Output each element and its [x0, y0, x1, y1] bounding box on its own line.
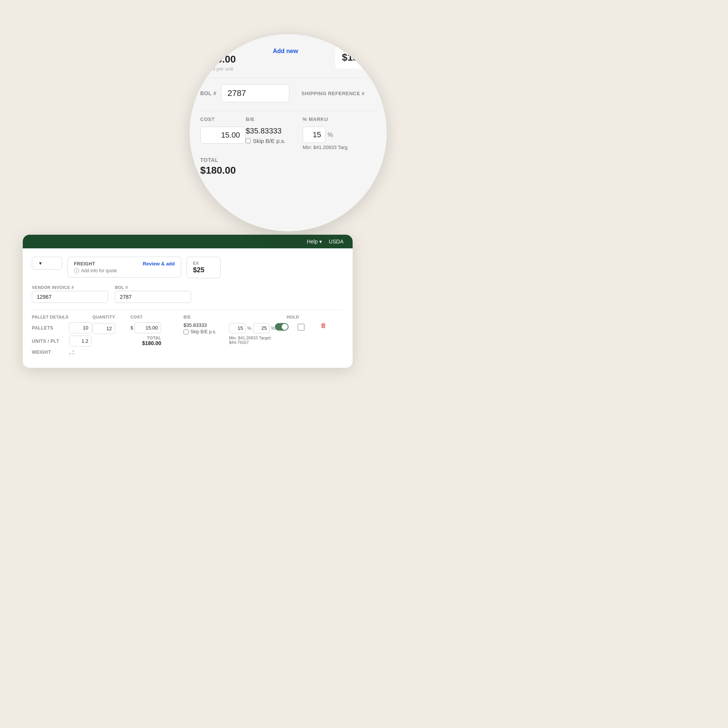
cost-input[interactable] [135, 322, 161, 333]
zoom-skip-row: Skip B/E p.s. [246, 138, 303, 144]
zoom-cost-input[interactable] [200, 127, 246, 144]
weight-label: WEIGHT [32, 350, 66, 355]
dropdown-box[interactable]: ▾ [32, 257, 62, 270]
zoom-be-col: B/E $35.83333 Skip B/E p.s. [246, 116, 303, 150]
units-plt-row: UNITS / PLT [32, 336, 93, 347]
zoom-circle: EXPENSES $250.00 $20.83 per unit Add new… [190, 34, 387, 231]
header-quantity: QUANTITY [93, 315, 130, 319]
chevron-down-icon: ▾ [39, 260, 42, 266]
header-be: B/E [184, 315, 229, 319]
zoom-bol-label: BOL # [200, 90, 217, 96]
bol-label: BOL # [115, 285, 191, 290]
skip-be-label: Skip B/E p.s. [190, 329, 217, 334]
pallets-input[interactable] [69, 322, 92, 333]
card-body: ▾ FREIGHT Review & add i Add info for qu… [23, 248, 353, 368]
freight-info-box: FREIGHT Review & add i Add info for quot… [67, 257, 181, 278]
zoom-partial-box: $180.. [335, 46, 376, 69]
vendor-invoice-label: VENDOR INVOICE # [32, 285, 108, 290]
pallet-header-row: PALLET DETAILS QUANTITY COST B/E HOLD [32, 315, 344, 319]
usda-button[interactable]: USDA [329, 238, 344, 245]
zoom-expenses-row: EXPENSES $250.00 $20.83 per unit Add new… [200, 46, 376, 78]
add-info-label: Add info for quote [81, 268, 117, 273]
pct-label-2: % [271, 326, 275, 331]
zoom-add-block: Add new [273, 46, 298, 55]
main-card: Help ▾ USDA ▾ FREIGHT Review & add [23, 235, 353, 368]
pallet-data-row: PALLETS UNITS / PLT WEIGHT . : [32, 322, 344, 356]
zoom-min-target: Min: $41.20833 Targ [303, 144, 376, 150]
toggle-knob [282, 324, 288, 330]
markup-cell: % % Min: $41.20833 Target: $44.79167 [229, 322, 275, 345]
weight-value: . : [69, 349, 74, 356]
freight-row: ▾ FREIGHT Review & add i Add info for qu… [32, 257, 344, 278]
delete-cell: 🗑 [320, 322, 332, 329]
total-value: $180.00 [142, 340, 162, 346]
quantity-cell [93, 322, 130, 334]
review-add-link[interactable]: Review & add [143, 261, 175, 267]
zoom-be-value: $35.83333 [246, 127, 303, 135]
card-header: Help ▾ USDA [23, 235, 353, 248]
total-label: TOTAL [147, 336, 162, 340]
markup-input-1[interactable] [229, 323, 246, 333]
markup-input-2[interactable] [253, 323, 270, 333]
expenses-small-box: EX $25 [187, 257, 221, 278]
zoom-markup-col: % MARKU % Min: $41.20833 Targ [303, 116, 376, 150]
pct-label-1: % [247, 326, 251, 331]
be-value: $35.83333 [184, 322, 229, 328]
zoom-columns: COST B/E $35.83333 Skip B/E p.s. % MARKU [200, 111, 376, 150]
zoom-markup-label: % MARKU [303, 116, 376, 122]
skip-be-checkbox[interactable] [184, 329, 188, 334]
bol-input[interactable] [115, 291, 191, 303]
hold-cell [298, 322, 320, 332]
weight-row: WEIGHT . : [32, 349, 93, 356]
header-cost: COST [130, 315, 184, 319]
be-cell: $35.83333 Skip B/E p.s. [184, 322, 229, 334]
vendor-invoice-group: VENDOR INVOICE # [32, 285, 108, 303]
zoom-skip-label: Skip B/E p.s. [253, 138, 286, 144]
expenses-small-value: $25 [193, 266, 214, 274]
help-label: Help [307, 238, 318, 245]
zoom-cost-col: COST [200, 116, 246, 150]
expenses-small-label: EX [193, 261, 214, 265]
cost-cell: $ TOTAL $180.00 [130, 322, 184, 346]
zoom-expenses-block: EXPENSES $250.00 $20.83 per unit [200, 46, 236, 72]
zoom-expenses-label: EXPENSES [200, 46, 236, 52]
zoom-bol-input[interactable] [221, 84, 289, 102]
zoom-bol-row: BOL # SHIPPING REFERENCE # [200, 84, 376, 102]
zoom-be-col-label: B/E [246, 116, 303, 122]
chevron-down-icon: ▾ [319, 238, 322, 245]
add-new-link[interactable]: Add new [273, 48, 298, 55]
zoom-markup-input[interactable] [303, 127, 325, 143]
pallets-label: PALLETS [32, 325, 66, 331]
toggle-cell [275, 322, 298, 331]
zoom-content: EXPENSES $250.00 $20.83 per unit Add new… [190, 34, 387, 188]
pallet-details-col: PALLETS UNITS / PLT WEIGHT . : [32, 322, 93, 356]
zoom-shipping-label: SHIPPING REFERENCE # [301, 91, 365, 96]
units-plt-label: UNITS / PLT [32, 339, 66, 344]
help-button[interactable]: Help ▾ [307, 238, 322, 245]
quantity-input[interactable] [93, 323, 115, 334]
vendor-invoice-input[interactable] [32, 291, 108, 303]
toggle-switch[interactable] [275, 323, 289, 331]
pallet-table: PALLET DETAILS QUANTITY COST B/E HOLD P [32, 310, 344, 356]
hold-checkbox[interactable] [298, 324, 304, 331]
zoom-markup-group: % [303, 127, 376, 143]
units-plt-input[interactable] [69, 336, 92, 347]
pallets-row: PALLETS [32, 322, 93, 333]
dollar-sign: $ [130, 325, 133, 331]
zoom-total-label: TOTAL [200, 157, 376, 163]
zoom-skip-checkbox[interactable] [246, 138, 251, 143]
skip-be-row: Skip B/E p.s. [184, 329, 229, 334]
delete-button[interactable]: 🗑 [320, 322, 326, 329]
header-hold: HOLD [287, 315, 309, 319]
info-icon: i [74, 268, 79, 273]
cost-input-group: $ [130, 322, 161, 333]
freight-label: FREIGHT [74, 261, 95, 267]
bol-group: BOL # [115, 285, 191, 303]
min-target-text: Min: $41.20833 Target: $44.79167 [229, 336, 275, 345]
zoom-pct: % [328, 132, 333, 138]
zoom-expenses-per-unit: $20.83 per unit [200, 66, 236, 72]
header-details: PALLET DETAILS [32, 315, 93, 319]
markup-group: % % [229, 323, 275, 333]
total-row: TOTAL $180.00 [130, 336, 161, 346]
usda-label: USDA [329, 238, 344, 245]
